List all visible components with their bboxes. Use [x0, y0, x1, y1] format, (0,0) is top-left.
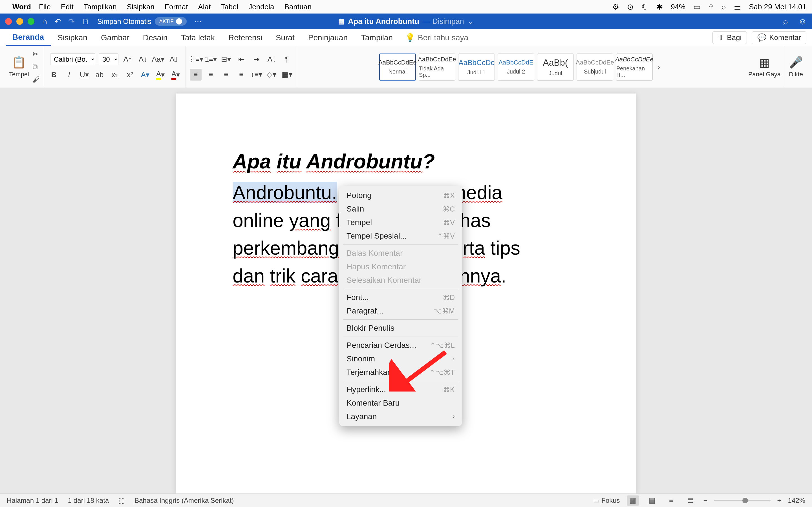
- context-item-3[interactable]: Tempel Spesial...⌃⌘V: [339, 229, 462, 243]
- menu-window[interactable]: Jendela: [248, 3, 274, 11]
- paste-button[interactable]: 📋 Tempel: [9, 56, 29, 78]
- sort-button[interactable]: A↓: [266, 54, 278, 65]
- style-heading2[interactable]: AaBbCcDdEJudul 2: [498, 54, 534, 80]
- zoom-slider[interactable]: [714, 500, 770, 501]
- menu-edit[interactable]: Edit: [61, 3, 73, 11]
- style-heading1[interactable]: AaBbCcDcJudul 1: [458, 54, 495, 80]
- redo-icon[interactable]: ↷: [68, 17, 75, 26]
- minimize-window-button[interactable]: [16, 18, 23, 25]
- menu-format[interactable]: Format: [165, 3, 188, 11]
- datetime[interactable]: Sab 29 Mei 14.01: [749, 3, 806, 11]
- style-title[interactable]: AaBb(Judul: [537, 54, 574, 80]
- fullscreen-window-button[interactable]: [28, 18, 35, 25]
- context-item-1[interactable]: Salin⌘C: [339, 202, 462, 216]
- language-indicator[interactable]: Bahasa Inggris (Amerika Serikat): [135, 497, 234, 504]
- cut-icon[interactable]: ✂: [33, 50, 40, 59]
- decrease-font-icon[interactable]: A↓: [137, 54, 149, 65]
- tab-gambar[interactable]: Gambar: [94, 29, 136, 46]
- increase-indent-button[interactable]: ⇥: [251, 54, 262, 65]
- styles-pane-button[interactable]: ▦ Panel Gaya: [748, 56, 781, 78]
- context-item-19[interactable]: Komentar Baru: [339, 396, 462, 410]
- multilevel-button[interactable]: ⊟▾: [220, 54, 232, 65]
- context-item-2[interactable]: Tempel⌘V: [339, 216, 462, 229]
- menu-file[interactable]: File: [39, 3, 51, 11]
- increase-font-icon[interactable]: A↑: [122, 54, 134, 65]
- outline-view[interactable]: ≡: [665, 496, 677, 506]
- file-icon[interactable]: 🗎: [82, 17, 90, 26]
- style-normal[interactable]: AaBbCcDdEeNormal: [379, 54, 416, 80]
- text-effects-icon[interactable]: A▾: [139, 69, 151, 80]
- page-indicator[interactable]: Halaman 1 dari 1: [7, 497, 58, 504]
- search-icon[interactable]: ⌕: [783, 17, 788, 26]
- context-item-12[interactable]: Blokir Penulis: [339, 321, 462, 335]
- menu-table[interactable]: Tabel: [221, 3, 238, 11]
- copy-icon[interactable]: ⧉: [33, 62, 40, 71]
- context-item-18[interactable]: Hyperlink...⌘K: [339, 383, 462, 396]
- superscript-button[interactable]: x²: [124, 69, 136, 80]
- more-icon[interactable]: ⋯: [194, 17, 202, 26]
- tab-peninjauan[interactable]: Peninjauan: [301, 29, 354, 46]
- battery-percent[interactable]: 94%: [671, 3, 686, 11]
- zoom-in-button[interactable]: +: [777, 497, 781, 504]
- align-center-button[interactable]: ≡: [205, 69, 217, 80]
- spotlight-icon[interactable]: ⌕: [721, 2, 726, 11]
- align-right-button[interactable]: ≡: [220, 69, 232, 80]
- tab-tataletak[interactable]: Tata letak: [174, 29, 221, 46]
- shading-button[interactable]: ◇▾: [266, 69, 278, 80]
- word-count[interactable]: 1 dari 18 kata: [68, 497, 109, 504]
- tab-surat[interactable]: Surat: [269, 29, 301, 46]
- undo-icon[interactable]: ↶: [54, 17, 61, 26]
- context-item-14[interactable]: Pencarian Cerdas...⌃⌥⌘L: [339, 339, 462, 352]
- styles-more-button[interactable]: ›: [656, 54, 662, 80]
- context-item-9[interactable]: Font...⌘D: [339, 291, 462, 304]
- share-button[interactable]: ⇧Bagi: [712, 31, 747, 44]
- style-emphasis[interactable]: AaBbCcDdEePenekanan H...: [616, 54, 653, 80]
- screen-record-icon[interactable]: ⊙: [627, 2, 633, 11]
- chevron-down-icon[interactable]: ⌄: [467, 17, 474, 26]
- doc-heading[interactable]: Apa itu Androbuntu?: [233, 150, 579, 173]
- change-case-icon[interactable]: Aa▾: [152, 54, 164, 65]
- font-color-button[interactable]: A▾: [170, 69, 182, 80]
- strikethrough-button[interactable]: ab: [94, 69, 105, 80]
- decrease-indent-button[interactable]: ⇤: [236, 54, 247, 65]
- autosave-toggle[interactable]: Simpan Otomatis AKTIF: [97, 17, 187, 25]
- align-left-button[interactable]: ≡: [190, 69, 202, 80]
- do-not-disturb-icon[interactable]: ☾: [642, 2, 649, 11]
- dictate-button[interactable]: 🎤 Dikte: [789, 56, 803, 78]
- battery-icon[interactable]: ▭: [693, 2, 701, 11]
- control-center-icon[interactable]: ⚌: [734, 2, 741, 11]
- menu-help[interactable]: Bantuan: [284, 3, 312, 11]
- format-painter-icon[interactable]: 🖌: [33, 75, 40, 84]
- quick-action-icon[interactable]: ⚙︎: [612, 2, 619, 11]
- zoom-out-button[interactable]: −: [703, 497, 707, 504]
- app-name[interactable]: Word: [12, 3, 31, 11]
- selected-text[interactable]: Androbuntu.: [233, 182, 337, 203]
- bullets-button[interactable]: ⋮≡▾: [190, 54, 202, 65]
- font-size-select[interactable]: 30: [99, 53, 118, 65]
- home-icon[interactable]: ⌂: [42, 17, 47, 26]
- tell-me-search[interactable]: 💡 Beri tahu saya: [405, 33, 468, 42]
- borders-button[interactable]: ▦▾: [281, 69, 293, 80]
- justify-button[interactable]: ≡: [236, 69, 247, 80]
- highlight-button[interactable]: A▾: [154, 69, 166, 80]
- document-title[interactable]: ▦ Apa itu Androbuntu — Disimpan ⌄: [338, 17, 474, 26]
- menu-insert[interactable]: Sisipkan: [127, 3, 154, 11]
- tab-sisipkan[interactable]: Sisipkan: [51, 29, 94, 46]
- menu-view[interactable]: Tampilkan: [84, 3, 117, 11]
- tab-beranda[interactable]: Beranda: [6, 29, 51, 46]
- focus-button[interactable]: ▭ Fokus: [593, 497, 620, 504]
- web-layout-view[interactable]: ▤: [646, 496, 658, 506]
- context-item-10[interactable]: Paragraf...⌥⌘M: [339, 304, 462, 318]
- bluetooth-off-icon[interactable]: ✱: [656, 2, 663, 11]
- line-spacing-button[interactable]: ↕≡▾: [251, 69, 262, 80]
- style-nospacing[interactable]: AaBbCcDdEeTidak Ada Sp...: [419, 54, 455, 80]
- context-item-15[interactable]: Sinonim›: [339, 352, 462, 365]
- tab-referensi[interactable]: Referensi: [221, 29, 269, 46]
- wifi-icon[interactable]: ⌔: [709, 2, 713, 11]
- close-window-button[interactable]: [5, 18, 12, 25]
- bold-button[interactable]: B: [48, 69, 60, 80]
- context-item-16[interactable]: Terjemahkan...⌃⌥⌘T: [339, 365, 462, 379]
- numbering-button[interactable]: 1≡▾: [205, 54, 217, 65]
- subscript-button[interactable]: x₂: [109, 69, 121, 80]
- italic-button[interactable]: I: [63, 69, 75, 80]
